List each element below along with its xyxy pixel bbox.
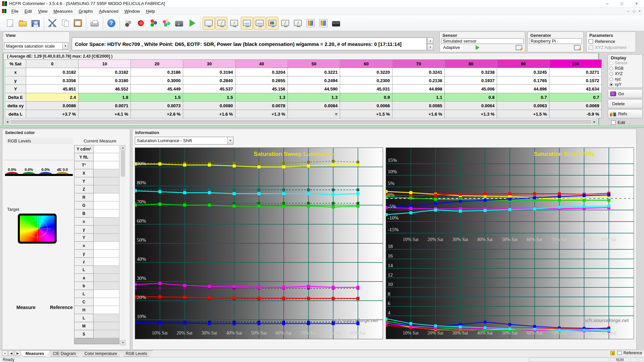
open-file-button[interactable] xyxy=(17,17,29,29)
svg-text:10% Sat: 10% Sat xyxy=(152,330,168,336)
saturations-measure-button[interactable] xyxy=(160,17,172,29)
save-file-button[interactable] xyxy=(30,17,42,29)
primaries-measure-button[interactable] xyxy=(135,17,147,29)
table-cell: 1.3 xyxy=(288,93,340,102)
cut-button[interactable] xyxy=(46,17,58,29)
go-button[interactable]: Go xyxy=(608,89,643,98)
parameters-reference-checkbox-row[interactable]: Reference xyxy=(589,38,634,44)
display-option-xyz[interactable]: XYZ xyxy=(608,71,642,76)
reference-checkbox[interactable] xyxy=(618,351,622,355)
tab-rgb-levels[interactable]: RGB Levels xyxy=(120,350,153,357)
table-cell: 0.3182 xyxy=(78,68,131,76)
chevron-down-icon[interactable]: ▼ xyxy=(227,137,233,144)
tab-color-temperature[interactable]: Color temperature xyxy=(79,350,123,357)
secondaries-measure-button[interactable] xyxy=(148,17,160,29)
display-view-4-button[interactable] xyxy=(241,17,253,29)
print-button[interactable] xyxy=(89,17,101,29)
radio-label: XYZ xyxy=(615,71,623,76)
capture-button[interactable] xyxy=(173,17,185,29)
table-cell: 0.1937 xyxy=(445,76,497,85)
edit-checkbox[interactable] xyxy=(611,120,615,125)
radio-icon[interactable] xyxy=(609,83,613,86)
display-view-1-button[interactable] xyxy=(203,17,215,29)
display-view-6-button[interactable] xyxy=(266,17,278,29)
graph-selector-dropdown[interactable]: Saturation Luminance - Shift ▼ xyxy=(135,137,233,144)
generator-panel-title: Generator xyxy=(528,32,583,38)
spinner-up-icon[interactable]: ▲ xyxy=(427,38,433,44)
trend-view-button[interactable] xyxy=(317,17,329,29)
menu-measures[interactable]: Measures xyxy=(50,8,75,15)
edit-checkbox-row[interactable]: Edit xyxy=(611,120,625,125)
reference-checkbox-row[interactable]: Reference xyxy=(618,351,642,355)
paste-button[interactable] xyxy=(72,17,84,29)
display-option-xyz[interactable]: xyz xyxy=(608,76,642,82)
copy-button[interactable] xyxy=(59,17,71,29)
new-document-button[interactable] xyxy=(4,17,16,29)
tab-cie-diagram[interactable]: CIE Diagram xyxy=(47,350,82,357)
svg-text:10% Sat: 10% Sat xyxy=(403,237,419,242)
rgb-levels-reference-line xyxy=(5,160,73,160)
radio-icon[interactable] xyxy=(609,77,613,81)
minimize-button[interactable]: ─ xyxy=(600,0,614,7)
scroll-down-icon[interactable]: ▼ xyxy=(120,340,125,345)
display-option-xyy[interactable]: xyY xyxy=(608,82,642,87)
splitter-divider[interactable] xyxy=(0,126,644,128)
scrollbar-thumb[interactable] xyxy=(10,120,591,124)
toolbar-group: ? xyxy=(103,17,119,29)
measure-row-value xyxy=(94,242,119,250)
close-button[interactable]: × xyxy=(629,0,644,7)
maximize-button[interactable]: □ xyxy=(614,0,629,7)
sensor-settings-icon[interactable] xyxy=(516,45,522,50)
checkbox[interactable] xyxy=(589,39,593,44)
scroll-left-icon[interactable]: ◀ xyxy=(5,119,10,124)
current-measure-scrollbar[interactable]: ▲ ▼ xyxy=(120,145,125,345)
about-button[interactable]: ? xyxy=(105,17,117,29)
scale-selector-dropdown[interactable]: Magenta saturation scale ▼ xyxy=(4,42,68,50)
radio-icon[interactable] xyxy=(609,72,613,76)
generator-settings-icon[interactable] xyxy=(574,45,581,50)
table-cell: 0.3186 xyxy=(131,68,183,76)
chevron-down-icon[interactable]: ▼ xyxy=(62,43,68,50)
grayscale-measure-button[interactable] xyxy=(122,17,134,29)
mdi-close-button[interactable]: × xyxy=(639,9,641,13)
measure-spinner[interactable]: ▲▼ xyxy=(427,38,433,50)
reference-dock: Reference xyxy=(610,351,642,355)
display-view-7-button[interactable] xyxy=(279,17,291,29)
menu-file[interactable]: File xyxy=(8,8,21,15)
menu-view[interactable]: View xyxy=(35,8,50,15)
tab-measures[interactable]: Measures xyxy=(20,350,50,357)
scrollbar-thumb[interactable] xyxy=(121,150,125,177)
display-option-rgb[interactable]: RGB xyxy=(608,66,642,71)
current-measure-row: a xyxy=(74,274,119,282)
sensor-run-icon[interactable] xyxy=(476,45,480,50)
run-measures-button[interactable] xyxy=(186,17,198,29)
mdi-minimize-button[interactable]: ─ xyxy=(627,9,630,13)
display-view-5-button[interactable] xyxy=(254,17,266,29)
menu-help[interactable]: Help xyxy=(143,8,158,15)
display-view-8-button[interactable] xyxy=(292,17,304,29)
balls-color-icon xyxy=(150,19,158,27)
menu-edit[interactable]: Edit xyxy=(21,8,35,15)
resize-grip[interactable] xyxy=(639,358,643,362)
table-horizontal-scrollbar[interactable]: ◀ ▶ xyxy=(5,119,597,124)
menu-window[interactable]: Window xyxy=(121,8,143,15)
balls-gray-icon xyxy=(124,19,132,27)
display-view-3-button[interactable] xyxy=(228,17,240,29)
tab-nav-left-button[interactable]: ◀ xyxy=(8,351,14,356)
radio-icon[interactable] xyxy=(609,67,613,70)
tab-nav-x-button[interactable]: × xyxy=(2,351,8,356)
refs-button[interactable]: Refs xyxy=(608,109,643,118)
delete-button[interactable]: Delete xyxy=(608,99,643,108)
scroll-right-icon[interactable]: ▶ xyxy=(592,119,597,124)
scroll-up-icon[interactable]: ▲ xyxy=(120,145,125,150)
menu-graphs[interactable]: Graphs xyxy=(75,8,96,15)
tab-nav-right-button[interactable]: ▶ xyxy=(15,351,20,356)
current-measure-row: X xyxy=(74,169,119,177)
histogram-view-button[interactable] xyxy=(305,17,317,29)
mdi-maximize-button[interactable]: □ xyxy=(633,9,635,13)
meter-view-button[interactable] xyxy=(330,17,342,29)
spinner-down-icon[interactable]: ▼ xyxy=(427,44,433,50)
menu-advanced[interactable]: Advanced xyxy=(96,8,121,15)
table-cell: +1.5 % xyxy=(497,110,549,118)
display-view-2-button[interactable] xyxy=(215,17,227,29)
